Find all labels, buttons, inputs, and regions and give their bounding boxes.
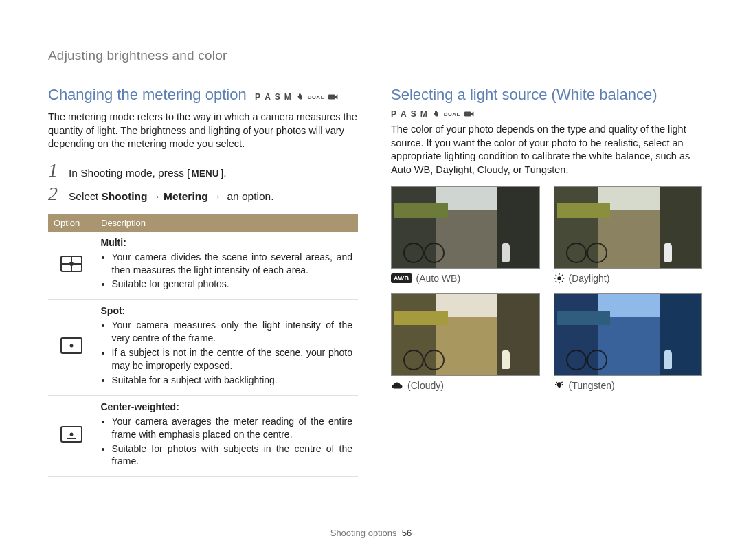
wb-sample-daylight: (Daylight): [554, 186, 701, 284]
step-1: 1 In Shooting mode, press [MENU].: [48, 161, 358, 180]
step-2-text: Select Shooting→Metering→ an option.: [69, 190, 274, 203]
table-row: Spot: Your camera measures only the ligh…: [48, 300, 358, 395]
center-weighted-metering-icon: [48, 395, 95, 477]
mode-hand-icon: [431, 110, 440, 118]
wb-label-daylight: (Daylight): [554, 273, 701, 284]
mode-m: M: [284, 92, 291, 102]
wb-image-cloudy: [391, 293, 540, 376]
mode-movie-icon: [464, 111, 474, 117]
svg-line-16: [561, 382, 562, 383]
step-2: 2 Select Shooting→Metering→ an option.: [48, 184, 358, 203]
right-column: Selecting a light source (White balance)…: [391, 86, 701, 477]
step-number-2: 2: [48, 184, 62, 203]
svg-line-10: [562, 275, 563, 276]
menu-badge: MENU: [190, 168, 221, 179]
sun-icon: [554, 273, 565, 284]
wb-image-daylight: [554, 186, 703, 269]
mode-dual: DUAL: [308, 94, 324, 100]
wb-sample-tungsten: (Tungsten): [554, 293, 701, 391]
mode-dual: DUAL: [444, 111, 460, 117]
whitebalance-intro: The color of your photo depends on the t…: [391, 123, 701, 177]
option-name-multi: Multi:: [101, 237, 126, 248]
wb-label-auto: AWB (Auto WB): [391, 273, 539, 284]
mode-a: A: [401, 109, 407, 119]
step-1-text: In Shooting mode, press [MENU].: [69, 167, 227, 179]
awb-icon: AWB: [391, 273, 412, 283]
spot-metering-icon: [48, 300, 95, 395]
svg-point-11: [556, 383, 561, 388]
wb-image-auto: [391, 186, 540, 269]
page-footer: Shooting options 56: [0, 528, 742, 538]
section-title-whitebalance: Selecting a light source (White balance): [391, 86, 657, 104]
mode-hand-icon: [295, 93, 304, 101]
page-header: Adjusting brightness and color: [48, 48, 701, 69]
wb-sample-cloudy: (Cloudy): [391, 293, 539, 391]
svg-point-2: [557, 277, 561, 280]
arrow-icon: →: [148, 190, 164, 202]
bulb-icon: [554, 380, 565, 391]
option-bullets: Your camera averages the meter reading o…: [101, 415, 353, 469]
svg-rect-1: [464, 112, 471, 117]
mode-a: A: [265, 92, 271, 102]
svg-line-7: [555, 275, 556, 276]
table-row: Center-weighted: Your camera averages th…: [48, 395, 358, 477]
metering-options-table: Option Description Multi: Your camera di…: [48, 214, 358, 478]
step-number-1: 1: [48, 161, 62, 180]
wb-image-tungsten: [554, 293, 703, 376]
manual-page: Adjusting brightness and color Changing …: [0, 0, 742, 560]
option-bullets: Your camera divides the scene into sever…: [101, 251, 353, 291]
mode-movie-icon: [328, 93, 338, 100]
wb-sample-auto: AWB (Auto WB): [391, 186, 539, 284]
mode-p: P: [391, 109, 396, 119]
arrow-icon: →: [208, 190, 225, 202]
th-description: Description: [95, 214, 359, 232]
mode-p: P: [255, 92, 260, 102]
cloud-icon: [391, 381, 403, 390]
svg-rect-0: [328, 95, 335, 100]
mode-icons: P A S M DUAL: [391, 109, 701, 119]
option-name-spot: Spot:: [101, 305, 126, 316]
multi-metering-icon: [48, 232, 95, 300]
mode-m: M: [420, 109, 427, 119]
wb-label-cloudy: (Cloudy): [391, 380, 539, 391]
th-option: Option: [48, 214, 95, 232]
metering-intro: The metering mode refers to the way in w…: [48, 111, 358, 151]
option-bullets: Your camera measures only the light inte…: [101, 319, 353, 386]
svg-line-9: [555, 281, 556, 282]
svg-rect-12: [558, 387, 560, 389]
section-title-metering: Changing the metering option: [48, 86, 247, 104]
mode-icons: P A S M DUAL: [255, 92, 338, 102]
page-number: 56: [402, 528, 412, 538]
left-column: Changing the metering option P A S M DUA…: [48, 86, 358, 477]
svg-line-15: [556, 382, 556, 383]
white-balance-samples: AWB (Auto WB) (Daylight): [391, 186, 701, 391]
left-title-row: Changing the metering option P A S M DUA…: [48, 86, 358, 108]
mode-s: S: [275, 92, 280, 102]
option-name-center: Center-weighted:: [101, 401, 179, 412]
table-row: Multi: Your camera divides the scene int…: [48, 232, 358, 300]
mode-s: S: [411, 109, 416, 119]
wb-label-tungsten: (Tungsten): [554, 380, 701, 391]
footer-section: Shooting options: [330, 528, 397, 538]
two-column-layout: Changing the metering option P A S M DUA…: [48, 86, 701, 477]
svg-line-8: [562, 281, 563, 282]
